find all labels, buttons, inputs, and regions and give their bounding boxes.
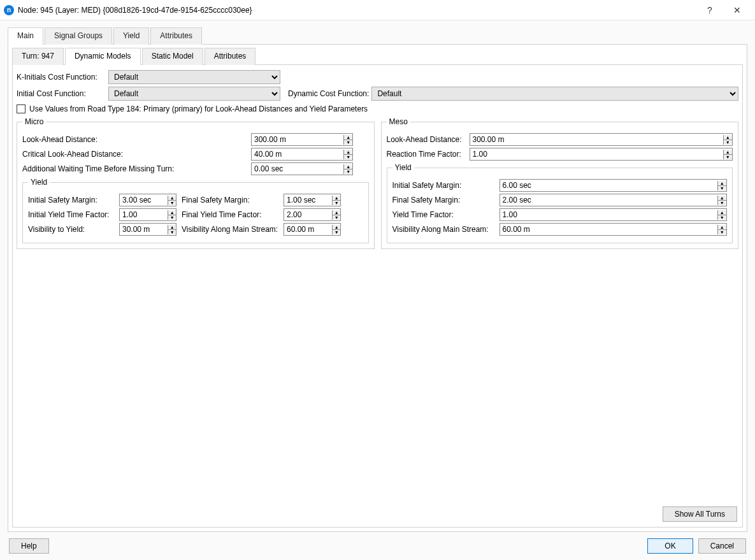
micro-critical-input[interactable] <box>252 148 343 160</box>
meso-yield-group: Yield Initial Safety Margin: ▲▼ Final Sa… <box>387 163 733 243</box>
dialog-footer: Help OK Cancel <box>8 532 747 554</box>
meso-ytf-label: Yield Time Factor: <box>392 210 500 219</box>
spinner-arrows-icon[interactable]: ▲▼ <box>168 196 176 205</box>
subtab-dynamic-models[interactable]: Dynamic Models <box>65 48 141 65</box>
micro-look-ahead-input[interactable] <box>252 134 343 145</box>
micro-look-ahead-spin[interactable]: ▲▼ <box>251 133 353 146</box>
meso-reaction-label: Reaction Time Factor: <box>387 150 470 159</box>
spinner-arrows-icon[interactable]: ▲▼ <box>332 210 340 220</box>
micro-wait-label: Additional Waiting Time Before Missing T… <box>22 164 248 173</box>
meso-vis-main-spin[interactable]: ▲▼ <box>500 223 728 236</box>
k-initials-cost-combo[interactable]: Default <box>108 70 280 84</box>
tab-attributes[interactable]: Attributes <box>150 27 202 45</box>
spinner-arrows-icon[interactable]: ▲▼ <box>717 210 726 220</box>
meso-vis-main-label: Visibility Along Main Stream: <box>392 225 500 234</box>
spinner-arrows-icon[interactable]: ▲▼ <box>717 181 726 190</box>
spinner-arrows-icon[interactable]: ▲▼ <box>332 225 340 234</box>
micro-final-safety-spin[interactable]: ▲▼ <box>284 194 341 206</box>
spinner-arrows-icon[interactable]: ▲▼ <box>343 164 352 174</box>
meso-look-ahead-spin[interactable]: ▲▼ <box>470 133 733 146</box>
tab-yield[interactable]: Yield <box>113 27 149 45</box>
meso-final-safety-input[interactable] <box>500 194 717 206</box>
meso-final-safety-label: Final Safety Margin: <box>392 196 500 205</box>
meso-group: Meso Look-Ahead Distance: ▲▼ Reaction <box>381 117 739 249</box>
micro-yield-group: Yield Initial Safety Margin: ▲▼ Final Sa… <box>22 178 369 243</box>
micro-yield-legend: Yield <box>28 178 50 187</box>
micro-critical-label: Critical Look-Ahead Distance: <box>22 150 248 159</box>
meso-look-ahead-input[interactable] <box>470 134 723 145</box>
subtab-turn[interactable]: Turn: 947 <box>12 48 64 65</box>
micro-final-safety-input[interactable] <box>284 194 332 206</box>
meso-ytf-input[interactable] <box>500 209 717 220</box>
micro-final-ytf-label: Final Yield Time Factor: <box>176 210 284 219</box>
micro-critical-spin[interactable]: ▲▼ <box>251 148 353 161</box>
micro-init-ytf-label: Initial Yield Time Factor: <box>28 210 119 219</box>
micro-vis-main-input[interactable] <box>284 224 332 235</box>
content-area: Main Signal Groups Yield Attributes Turn… <box>0 20 755 560</box>
show-all-turns-button[interactable]: Show All Turns <box>663 506 737 522</box>
spinner-arrows-icon[interactable]: ▲▼ <box>723 150 733 159</box>
tab-main[interactable]: Main <box>8 27 43 45</box>
spinner-arrows-icon[interactable]: ▲▼ <box>343 135 352 145</box>
meso-reaction-input[interactable] <box>470 148 723 160</box>
k-initials-cost-label: K-Initials Cost Function: <box>17 73 106 82</box>
spinner-arrows-icon[interactable]: ▲▼ <box>343 150 352 159</box>
micro-final-ytf-input[interactable] <box>284 209 332 220</box>
spinner-arrows-icon[interactable]: ▲▼ <box>332 196 340 205</box>
node-editor-window: n Node: 945 (Layer: MED) {008d1826-19cd-… <box>0 0 755 560</box>
main-tabs: Main Signal Groups Yield Attributes <box>8 27 747 44</box>
meso-vis-main-input[interactable] <box>500 224 717 235</box>
sub-tabs: Turn: 947 Dynamic Models Static Model At… <box>8 47 747 64</box>
initial-cost-combo[interactable]: Default <box>108 87 280 101</box>
micro-vis-yield-input[interactable] <box>120 224 168 235</box>
micro-init-safety-spin[interactable]: ▲▼ <box>119 194 176 206</box>
use-values-label: Use Values from Road Type 184: Primary (… <box>29 104 368 113</box>
spinner-arrows-icon[interactable]: ▲▼ <box>717 196 726 205</box>
meso-final-safety-spin[interactable]: ▲▼ <box>500 194 728 206</box>
micro-final-ytf-spin[interactable]: ▲▼ <box>284 208 341 221</box>
subtab-attributes[interactable]: Attributes <box>205 48 256 65</box>
meso-legend: Meso <box>387 117 410 126</box>
meso-reaction-spin[interactable]: ▲▼ <box>470 148 733 161</box>
dynamic-models-panel: K-Initials Cost Function: Default Initia… <box>12 64 743 528</box>
meso-init-safety-label: Initial Safety Margin: <box>392 181 500 190</box>
micro-legend: Micro <box>22 117 46 126</box>
micro-vis-yield-label: Visibility to Yield: <box>28 225 119 234</box>
micro-wait-spin[interactable]: ▲▼ <box>251 162 353 175</box>
initial-cost-label: Initial Cost Function: <box>17 89 106 98</box>
spinner-arrows-icon[interactable]: ▲▼ <box>168 225 176 234</box>
micro-init-safety-label: Initial Safety Margin: <box>28 196 119 205</box>
micro-init-ytf-input[interactable] <box>120 209 168 220</box>
micro-vis-main-label: Visibility Along Main Stream: <box>176 225 284 234</box>
app-icon: n <box>4 5 14 15</box>
use-values-checkbox[interactable] <box>17 104 25 113</box>
micro-look-ahead-label: Look-Ahead Distance: <box>22 135 248 144</box>
meso-init-safety-input[interactable] <box>500 180 717 191</box>
main-tab-body: Turn: 947 Dynamic Models Static Model At… <box>8 44 747 532</box>
dynamic-cost-combo[interactable]: Default <box>371 87 738 101</box>
spinner-arrows-icon[interactable]: ▲▼ <box>717 225 726 234</box>
meso-ytf-spin[interactable]: ▲▼ <box>500 208 728 221</box>
micro-final-safety-label: Final Safety Margin: <box>176 196 284 205</box>
meso-yield-legend: Yield <box>392 163 414 172</box>
cancel-button[interactable]: Cancel <box>698 538 746 554</box>
dynamic-cost-label: Dynamic Cost Function: <box>288 89 369 98</box>
help-button[interactable]: Help <box>9 538 49 554</box>
help-icon[interactable]: ? <box>700 1 719 20</box>
tab-signal-groups[interactable]: Signal Groups <box>45 27 112 45</box>
micro-init-ytf-spin[interactable]: ▲▼ <box>119 208 176 221</box>
spinner-arrows-icon[interactable]: ▲▼ <box>723 135 733 145</box>
spinner-arrows-icon[interactable]: ▲▼ <box>168 210 176 220</box>
window-title: Node: 945 (Layer: MED) {008d1826-19cd-47… <box>18 6 696 15</box>
close-icon[interactable]: ✕ <box>723 1 751 20</box>
micro-group: Micro Look-Ahead Distance: ▲▼ Critical <box>17 117 375 249</box>
meso-look-ahead-label: Look-Ahead Distance: <box>387 135 470 144</box>
meso-init-safety-spin[interactable]: ▲▼ <box>500 179 728 192</box>
micro-vis-main-spin[interactable]: ▲▼ <box>284 223 341 236</box>
ok-button[interactable]: OK <box>647 538 693 554</box>
subtab-static-model[interactable]: Static Model <box>142 48 203 65</box>
micro-vis-yield-spin[interactable]: ▲▼ <box>119 223 176 236</box>
micro-wait-input[interactable] <box>252 163 343 175</box>
titlebar: n Node: 945 (Layer: MED) {008d1826-19cd-… <box>0 0 755 20</box>
micro-init-safety-input[interactable] <box>120 194 168 206</box>
